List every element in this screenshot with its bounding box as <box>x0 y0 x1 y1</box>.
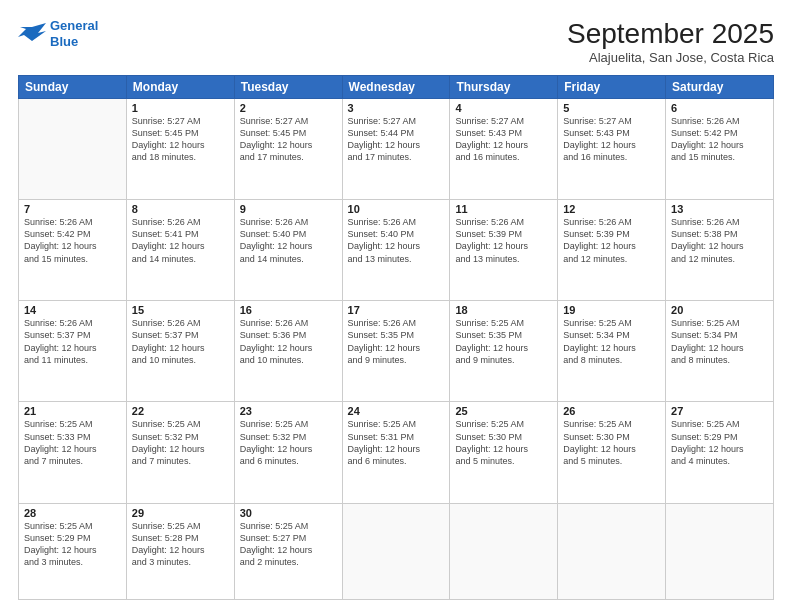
day-number: 29 <box>132 507 229 519</box>
calendar-week-row: 1Sunrise: 5:27 AM Sunset: 5:45 PM Daylig… <box>19 99 774 200</box>
calendar-cell: 9Sunrise: 5:26 AM Sunset: 5:40 PM Daylig… <box>234 200 342 301</box>
day-number: 25 <box>455 405 552 417</box>
day-number: 28 <box>24 507 121 519</box>
day-number: 26 <box>563 405 660 417</box>
day-info: Sunrise: 5:25 AM Sunset: 5:34 PM Dayligh… <box>563 317 660 366</box>
day-info: Sunrise: 5:25 AM Sunset: 5:30 PM Dayligh… <box>563 418 660 467</box>
calendar-cell: 25Sunrise: 5:25 AM Sunset: 5:30 PM Dayli… <box>450 402 558 503</box>
day-info: Sunrise: 5:26 AM Sunset: 5:42 PM Dayligh… <box>24 216 121 265</box>
logo-text: General Blue <box>50 18 98 49</box>
calendar-cell: 7Sunrise: 5:26 AM Sunset: 5:42 PM Daylig… <box>19 200 127 301</box>
calendar-cell: 21Sunrise: 5:25 AM Sunset: 5:33 PM Dayli… <box>19 402 127 503</box>
calendar-cell: 30Sunrise: 5:25 AM Sunset: 5:27 PM Dayli… <box>234 503 342 599</box>
calendar-cell: 29Sunrise: 5:25 AM Sunset: 5:28 PM Dayli… <box>126 503 234 599</box>
day-info: Sunrise: 5:26 AM Sunset: 5:38 PM Dayligh… <box>671 216 768 265</box>
page: General Blue September 2025 Alajuelita, … <box>0 0 792 612</box>
calendar-cell <box>19 99 127 200</box>
weekday-header: Saturday <box>666 76 774 99</box>
calendar-cell: 14Sunrise: 5:26 AM Sunset: 5:37 PM Dayli… <box>19 301 127 402</box>
calendar-cell: 24Sunrise: 5:25 AM Sunset: 5:31 PM Dayli… <box>342 402 450 503</box>
calendar-cell: 4Sunrise: 5:27 AM Sunset: 5:43 PM Daylig… <box>450 99 558 200</box>
title-block: September 2025 Alajuelita, San Jose, Cos… <box>567 18 774 65</box>
day-number: 14 <box>24 304 121 316</box>
day-number: 13 <box>671 203 768 215</box>
calendar-cell: 19Sunrise: 5:25 AM Sunset: 5:34 PM Dayli… <box>558 301 666 402</box>
calendar-week-row: 28Sunrise: 5:25 AM Sunset: 5:29 PM Dayli… <box>19 503 774 599</box>
day-info: Sunrise: 5:25 AM Sunset: 5:32 PM Dayligh… <box>132 418 229 467</box>
day-number: 7 <box>24 203 121 215</box>
day-number: 17 <box>348 304 445 316</box>
weekday-header: Sunday <box>19 76 127 99</box>
day-info: Sunrise: 5:26 AM Sunset: 5:37 PM Dayligh… <box>24 317 121 366</box>
day-number: 6 <box>671 102 768 114</box>
day-info: Sunrise: 5:25 AM Sunset: 5:32 PM Dayligh… <box>240 418 337 467</box>
day-info: Sunrise: 5:25 AM Sunset: 5:35 PM Dayligh… <box>455 317 552 366</box>
calendar-cell: 20Sunrise: 5:25 AM Sunset: 5:34 PM Dayli… <box>666 301 774 402</box>
day-number: 2 <box>240 102 337 114</box>
day-info: Sunrise: 5:25 AM Sunset: 5:29 PM Dayligh… <box>24 520 121 569</box>
weekday-header: Tuesday <box>234 76 342 99</box>
calendar-cell <box>342 503 450 599</box>
calendar-cell: 22Sunrise: 5:25 AM Sunset: 5:32 PM Dayli… <box>126 402 234 503</box>
day-number: 27 <box>671 405 768 417</box>
day-number: 3 <box>348 102 445 114</box>
day-info: Sunrise: 5:27 AM Sunset: 5:45 PM Dayligh… <box>132 115 229 164</box>
day-number: 18 <box>455 304 552 316</box>
day-info: Sunrise: 5:26 AM Sunset: 5:40 PM Dayligh… <box>348 216 445 265</box>
calendar-cell: 26Sunrise: 5:25 AM Sunset: 5:30 PM Dayli… <box>558 402 666 503</box>
day-number: 22 <box>132 405 229 417</box>
weekday-header: Monday <box>126 76 234 99</box>
calendar-cell: 16Sunrise: 5:26 AM Sunset: 5:36 PM Dayli… <box>234 301 342 402</box>
day-info: Sunrise: 5:25 AM Sunset: 5:28 PM Dayligh… <box>132 520 229 569</box>
day-info: Sunrise: 5:25 AM Sunset: 5:33 PM Dayligh… <box>24 418 121 467</box>
day-number: 4 <box>455 102 552 114</box>
calendar-cell: 17Sunrise: 5:26 AM Sunset: 5:35 PM Dayli… <box>342 301 450 402</box>
day-number: 5 <box>563 102 660 114</box>
calendar-cell: 1Sunrise: 5:27 AM Sunset: 5:45 PM Daylig… <box>126 99 234 200</box>
header: General Blue September 2025 Alajuelita, … <box>18 18 774 65</box>
weekday-header: Friday <box>558 76 666 99</box>
logo-icon <box>18 23 46 45</box>
day-info: Sunrise: 5:26 AM Sunset: 5:39 PM Dayligh… <box>455 216 552 265</box>
svg-marker-0 <box>18 23 46 41</box>
day-info: Sunrise: 5:25 AM Sunset: 5:27 PM Dayligh… <box>240 520 337 569</box>
calendar-cell: 13Sunrise: 5:26 AM Sunset: 5:38 PM Dayli… <box>666 200 774 301</box>
day-info: Sunrise: 5:26 AM Sunset: 5:40 PM Dayligh… <box>240 216 337 265</box>
month-title: September 2025 <box>567 18 774 50</box>
day-info: Sunrise: 5:27 AM Sunset: 5:45 PM Dayligh… <box>240 115 337 164</box>
day-info: Sunrise: 5:26 AM Sunset: 5:35 PM Dayligh… <box>348 317 445 366</box>
day-info: Sunrise: 5:27 AM Sunset: 5:43 PM Dayligh… <box>563 115 660 164</box>
day-info: Sunrise: 5:26 AM Sunset: 5:36 PM Dayligh… <box>240 317 337 366</box>
day-number: 24 <box>348 405 445 417</box>
day-info: Sunrise: 5:25 AM Sunset: 5:31 PM Dayligh… <box>348 418 445 467</box>
calendar-cell: 28Sunrise: 5:25 AM Sunset: 5:29 PM Dayli… <box>19 503 127 599</box>
day-info: Sunrise: 5:26 AM Sunset: 5:37 PM Dayligh… <box>132 317 229 366</box>
day-info: Sunrise: 5:25 AM Sunset: 5:34 PM Dayligh… <box>671 317 768 366</box>
calendar-cell: 11Sunrise: 5:26 AM Sunset: 5:39 PM Dayli… <box>450 200 558 301</box>
calendar-cell <box>558 503 666 599</box>
day-info: Sunrise: 5:26 AM Sunset: 5:41 PM Dayligh… <box>132 216 229 265</box>
day-number: 16 <box>240 304 337 316</box>
calendar-cell: 15Sunrise: 5:26 AM Sunset: 5:37 PM Dayli… <box>126 301 234 402</box>
calendar-header-row: SundayMondayTuesdayWednesdayThursdayFrid… <box>19 76 774 99</box>
day-number: 20 <box>671 304 768 316</box>
calendar-cell: 10Sunrise: 5:26 AM Sunset: 5:40 PM Dayli… <box>342 200 450 301</box>
day-number: 8 <box>132 203 229 215</box>
day-number: 10 <box>348 203 445 215</box>
calendar-cell: 18Sunrise: 5:25 AM Sunset: 5:35 PM Dayli… <box>450 301 558 402</box>
calendar-cell: 23Sunrise: 5:25 AM Sunset: 5:32 PM Dayli… <box>234 402 342 503</box>
calendar-week-row: 14Sunrise: 5:26 AM Sunset: 5:37 PM Dayli… <box>19 301 774 402</box>
calendar-week-row: 7Sunrise: 5:26 AM Sunset: 5:42 PM Daylig… <box>19 200 774 301</box>
day-number: 15 <box>132 304 229 316</box>
calendar-cell: 6Sunrise: 5:26 AM Sunset: 5:42 PM Daylig… <box>666 99 774 200</box>
day-number: 21 <box>24 405 121 417</box>
calendar-cell: 12Sunrise: 5:26 AM Sunset: 5:39 PM Dayli… <box>558 200 666 301</box>
calendar-cell <box>666 503 774 599</box>
calendar-cell: 8Sunrise: 5:26 AM Sunset: 5:41 PM Daylig… <box>126 200 234 301</box>
calendar-cell <box>450 503 558 599</box>
day-number: 12 <box>563 203 660 215</box>
day-info: Sunrise: 5:26 AM Sunset: 5:42 PM Dayligh… <box>671 115 768 164</box>
day-info: Sunrise: 5:25 AM Sunset: 5:29 PM Dayligh… <box>671 418 768 467</box>
day-number: 19 <box>563 304 660 316</box>
logo-line2: Blue <box>50 34 78 49</box>
